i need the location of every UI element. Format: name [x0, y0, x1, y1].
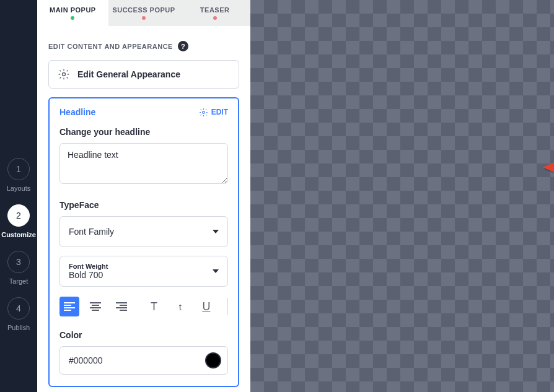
- step-circle-1[interactable]: 1: [7, 158, 30, 180]
- section-title-row: EDIT CONTENT AND APPEARANCE ?: [48, 41, 239, 51]
- step-label-customize: Customize: [1, 231, 36, 238]
- tab-teaser-dot: [213, 16, 217, 20]
- align-right-icon: [116, 302, 127, 311]
- color-swatch[interactable]: [205, 352, 221, 368]
- gear-icon: [58, 68, 70, 81]
- chevron-down-icon: [213, 269, 219, 273]
- svg-rect-9: [92, 310, 99, 311]
- font-family-select[interactable]: Font Family: [59, 216, 228, 247]
- checker-background: [250, 0, 554, 392]
- popup-tabs: MAIN POPUP SUCCESS POPUP TEASER: [37, 0, 250, 26]
- font-family-placeholder: Font Family: [69, 227, 114, 237]
- align-right-button[interactable]: [112, 297, 131, 316]
- lowercase-icon: t: [179, 302, 182, 312]
- svg-rect-5: [64, 310, 71, 311]
- step-label-layouts: Layouts: [7, 185, 31, 192]
- underline-icon: U: [202, 300, 210, 313]
- svg-point-0: [63, 73, 66, 76]
- tab-main-popup[interactable]: MAIN POPUP: [37, 0, 108, 26]
- underline-button[interactable]: U: [196, 297, 216, 316]
- align-left-button[interactable]: [59, 297, 79, 316]
- color-label: Color: [59, 330, 228, 340]
- svg-rect-4: [64, 307, 75, 308]
- step-circle-2[interactable]: 2: [7, 204, 30, 227]
- tab-success-dot: [142, 16, 146, 20]
- headline-field-label: Change your headline: [59, 127, 228, 137]
- edit-general-label: Edit General Appearance: [77, 69, 180, 79]
- step-rail: 1 Layouts 2 Customize 3 Target 4 Publish: [0, 0, 37, 392]
- tab-teaser[interactable]: TEASER: [179, 0, 250, 26]
- help-icon[interactable]: ?: [178, 41, 188, 51]
- uppercase-icon: T: [151, 300, 157, 313]
- headline-input[interactable]: [59, 143, 228, 184]
- tab-success-label: SUCCESS POPUP: [112, 6, 175, 14]
- card-title: Headline: [59, 107, 95, 117]
- tab-main-dot: [71, 16, 74, 20]
- edit-general-appearance-button[interactable]: Edit General Appearance: [48, 60, 239, 89]
- svg-rect-3: [64, 305, 71, 306]
- section-title: EDIT CONTENT AND APPEARANCE: [48, 43, 173, 50]
- align-center-button[interactable]: [86, 297, 105, 316]
- step-label-publish: Publish: [7, 324, 30, 331]
- svg-rect-2: [64, 302, 75, 303]
- step-circle-3[interactable]: 3: [7, 251, 30, 273]
- toolbar-divider: [227, 298, 228, 315]
- font-weight-select[interactable]: Font Weight Bold 700: [59, 256, 228, 287]
- preview-canvas[interactable]: [250, 0, 554, 392]
- step-customize[interactable]: 2 Customize: [1, 204, 36, 238]
- chevron-down-icon: [213, 230, 219, 233]
- uppercase-button[interactable]: T: [144, 297, 164, 316]
- align-left-icon: [64, 302, 75, 311]
- tab-success-popup[interactable]: SUCCESS POPUP: [108, 0, 180, 26]
- svg-rect-7: [92, 305, 99, 306]
- card-edit-label: EDIT: [211, 108, 228, 116]
- color-value: #000000: [69, 355, 103, 365]
- step-publish[interactable]: 4 Publish: [7, 297, 30, 331]
- svg-rect-12: [116, 307, 127, 308]
- svg-rect-8: [90, 307, 101, 308]
- svg-rect-13: [120, 310, 127, 311]
- color-input[interactable]: #000000: [59, 346, 228, 375]
- step-layouts[interactable]: 1 Layouts: [7, 158, 31, 192]
- tab-main-label: MAIN POPUP: [50, 6, 96, 14]
- step-target[interactable]: 3 Target: [7, 251, 30, 285]
- step-circle-4[interactable]: 4: [7, 297, 30, 320]
- svg-rect-10: [116, 302, 127, 303]
- editor-panel: MAIN POPUP SUCCESS POPUP TEASER EDIT CON…: [37, 0, 250, 392]
- font-weight-value: Bold 700: [69, 270, 103, 280]
- svg-rect-6: [90, 302, 101, 303]
- editor-scroll[interactable]: EDIT CONTENT AND APPEARANCE ? Edit Gener…: [37, 26, 250, 392]
- svg-rect-11: [120, 305, 127, 306]
- headline-card: Headline EDIT Change your headline TypeF…: [48, 97, 239, 387]
- align-center-icon: [90, 302, 101, 311]
- format-toolbar: T t U: [59, 297, 228, 316]
- gear-icon: [199, 108, 208, 117]
- svg-point-1: [202, 111, 204, 113]
- step-label-target: Target: [9, 277, 29, 285]
- card-edit-button[interactable]: EDIT: [199, 108, 228, 117]
- lowercase-button[interactable]: t: [170, 297, 190, 316]
- typeface-label: TypeFace: [59, 200, 228, 210]
- card-header: Headline EDIT: [59, 107, 228, 117]
- font-weight-top-label: Font Weight: [69, 263, 108, 270]
- tab-teaser-label: TEASER: [200, 6, 230, 14]
